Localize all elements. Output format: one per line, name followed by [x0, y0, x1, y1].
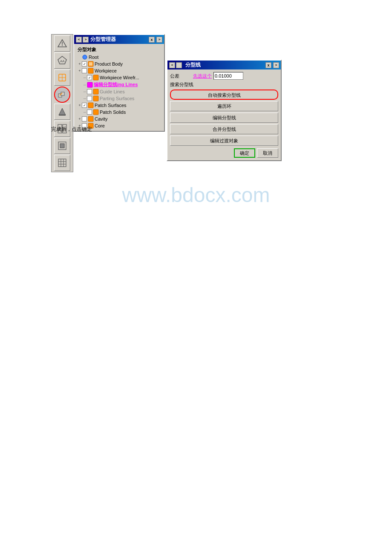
- svg-marker-11: [59, 108, 66, 115]
- svg-rect-33: [93, 110, 98, 115]
- ok-button[interactable]: 确定: [234, 148, 255, 158]
- icon-patch-solids: [93, 109, 99, 115]
- cancel-button[interactable]: 取消: [257, 148, 278, 158]
- tree-item-guide-lines[interactable]: ─ Guide Lines: [76, 88, 162, 95]
- edit-transition-btn[interactable]: 编辑过渡对象: [170, 136, 278, 146]
- checkbox-guide-lines[interactable]: [87, 89, 92, 94]
- svg-rect-34: [88, 116, 93, 121]
- tree-section-header: 分型对象: [76, 46, 162, 54]
- parting-manager-title: 分型管理器: [90, 36, 147, 43]
- icon-cavity: [88, 116, 94, 122]
- svg-rect-30: [93, 89, 98, 94]
- tree-item-product-body[interactable]: + ✓ Product Body: [76, 61, 162, 67]
- expand-product-body[interactable]: +: [78, 62, 82, 66]
- tree-item-root[interactable]: Root: [76, 54, 162, 61]
- svg-rect-19: [58, 159, 66, 167]
- tree-item-workpiece-wirefr[interactable]: ─ ✓ Workpiece Wirefr...: [76, 74, 162, 81]
- label-patch-surfaces: Patch Surfaces: [95, 103, 127, 108]
- toolbar-btn-4-active[interactable]: [54, 87, 70, 103]
- toolbar-btn-5[interactable]: [54, 104, 70, 120]
- checkbox-wirefr[interactable]: ✓: [87, 75, 92, 80]
- label-wirefr: Workpiece Wirefr...: [100, 75, 139, 80]
- svg-rect-26: [89, 62, 92, 66]
- watermark: www.bdocx.com: [122, 183, 270, 207]
- label-root: Root: [89, 55, 98, 60]
- icon-parting-lines: [87, 82, 93, 88]
- bottom-buttons: 确定 取消: [170, 148, 278, 158]
- parting-forward-btn[interactable]: >: [273, 62, 279, 68]
- titlebar-prev-btn[interactable]: <: [76, 37, 82, 43]
- checkbox-cavity[interactable]: [82, 116, 87, 121]
- label-product-body: Product Body: [95, 61, 123, 66]
- loop-btn[interactable]: 遍历环: [170, 101, 278, 111]
- edit-parting-btn[interactable]: 编辑分型线: [170, 113, 278, 123]
- parting-lines-titlebar: < 分型线 x >: [167, 61, 281, 69]
- label-parting-lines: 编辑分型线ing Lines: [94, 81, 138, 88]
- label-patch-solids: Patch Solids: [100, 110, 126, 115]
- toolbar-btn-8[interactable]: [54, 155, 70, 171]
- checkbox-patch-solids[interactable]: [87, 110, 92, 115]
- titlebar-next-btn[interactable]: >: [83, 37, 89, 43]
- checkbox-parting-surfaces[interactable]: [87, 96, 92, 101]
- expand-patch-solids: ─: [83, 110, 87, 114]
- tolerance-row: 公差 先选这个: [170, 72, 278, 80]
- svg-rect-29: [87, 82, 92, 87]
- footer-text: 完成后，点击确定: [51, 126, 92, 133]
- svg-rect-27: [88, 68, 93, 73]
- expand-workpiece[interactable]: +: [78, 69, 82, 73]
- parting-manager-titlebar: < > 分型管理器 x >: [74, 35, 164, 44]
- parting-lines-title: 分型线: [184, 61, 264, 69]
- parting-manager-body: 分型对象 Root + ✓ Product Body: [74, 44, 164, 131]
- tolerance-label: 公差: [170, 73, 191, 79]
- auto-search-btn[interactable]: 自动搜索分型线: [170, 90, 278, 100]
- toolbar-btn-1[interactable]: [54, 35, 70, 52]
- expand-wirefr: ─: [83, 75, 87, 80]
- label-workpiece: Workpiece: [95, 68, 117, 73]
- search-parting-label: 搜索分型线: [170, 81, 278, 88]
- expand-guide-lines: ─: [83, 90, 87, 94]
- expand-cavity[interactable]: +: [78, 117, 82, 121]
- icon-workpiece: [88, 68, 94, 74]
- tree-item-parting-lines[interactable]: ─ 编辑分型线ing Lines: [76, 81, 162, 88]
- svg-point-24: [83, 55, 87, 59]
- svg-rect-18: [60, 144, 64, 148]
- tree-item-parting-surfaces[interactable]: ─ Parting Surfaces: [76, 95, 162, 102]
- icon-guide-lines: [93, 89, 99, 95]
- tree-item-patch-solids[interactable]: ─ Patch Solids: [76, 109, 162, 116]
- icon-patch-surfaces: [88, 102, 94, 108]
- svg-point-2: [62, 45, 63, 46]
- parting-prev-btn[interactable]: <: [169, 62, 175, 68]
- main-container: AA: [51, 34, 282, 172]
- label-parting-surfaces: Parting Surfaces: [100, 96, 134, 101]
- svg-rect-28: [93, 75, 98, 80]
- titlebar-nav-1: < >: [76, 37, 89, 43]
- icon-parting-surfaces: [93, 95, 99, 101]
- icon-product-body: [88, 61, 94, 67]
- label-core: Core: [95, 123, 105, 128]
- toolbar-btn-3[interactable]: [54, 69, 70, 86]
- parting-manager-close[interactable]: x: [149, 37, 155, 43]
- merge-parting-btn[interactable]: 合并分型线: [170, 124, 278, 134]
- parting-next-btn[interactable]: [176, 62, 182, 68]
- tree-item-cavity[interactable]: + Cavity: [76, 116, 162, 122]
- parting-body: 公差 先选这个 搜索分型线 自动搜索分型线 遍历环 编辑分型线 合并分型线 编辑…: [167, 69, 281, 160]
- parting-lines-close[interactable]: x: [265, 62, 271, 68]
- toolbar-btn-2[interactable]: AA: [54, 52, 70, 69]
- tree-item-patch-surfaces[interactable]: + ✓ Patch Surfaces: [76, 102, 162, 109]
- expand-parting-lines: ─: [83, 83, 87, 87]
- icon-wirefr: [93, 75, 99, 81]
- toolbar-btn-7[interactable]: [54, 138, 70, 154]
- tree-item-workpiece[interactable]: + Workpiece: [76, 67, 162, 74]
- titlebar-forward-btn[interactable]: >: [156, 37, 162, 43]
- select-first-link[interactable]: 先选这个: [193, 73, 212, 79]
- svg-rect-32: [88, 103, 93, 108]
- checkbox-product-body[interactable]: ✓: [82, 61, 87, 66]
- checkbox-workpiece[interactable]: [82, 68, 87, 73]
- parting-lines-dialog: < 分型线 x > 公差 先选这个 搜索分型线 自动搜索分型线 遍历环 编辑分型…: [167, 60, 282, 161]
- checkbox-patch-surfaces[interactable]: ✓: [82, 103, 87, 108]
- tolerance-input[interactable]: [213, 72, 243, 80]
- parting-manager-dialog: < > 分型管理器 x > 分型对象 Root + ✓: [73, 34, 165, 132]
- expand-parting-surfaces: ─: [83, 96, 87, 101]
- expand-patch-surfaces[interactable]: +: [78, 103, 82, 107]
- parting-nav: <: [169, 62, 182, 68]
